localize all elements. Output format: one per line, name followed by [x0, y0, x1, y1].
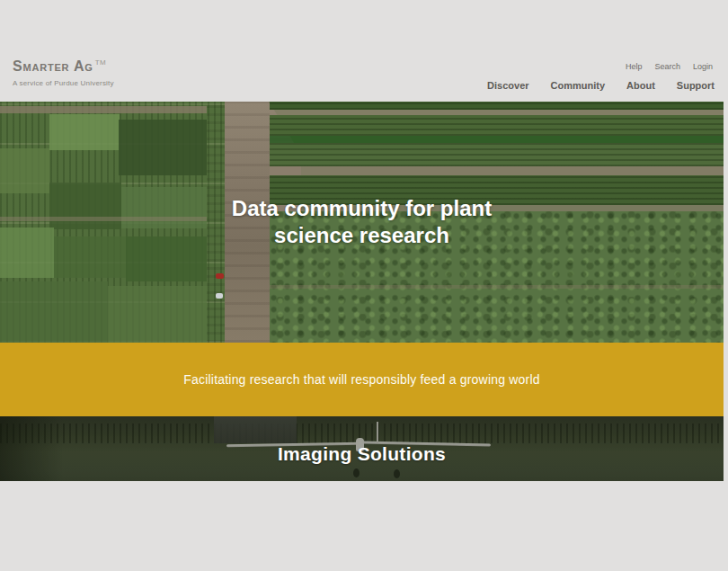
field-patch — [119, 120, 207, 175]
hero-title-wrap: Data community for plant science researc… — [0, 195, 724, 249]
field-patch — [0, 106, 207, 113]
hero-title: Data community for plant science researc… — [191, 195, 533, 249]
main-nav: Discover Community About Support — [487, 80, 715, 91]
brand-trademark: TM — [95, 58, 107, 67]
nav-link-about[interactable]: About — [626, 80, 655, 91]
field-strip — [270, 115, 724, 136]
field-strip — [270, 285, 724, 289]
brand-logo[interactable]: Smarter Ag TM A service of Purdue Univer… — [13, 59, 114, 87]
field-patch — [49, 114, 120, 150]
mission-banner: Facilitating research that will responsi… — [0, 343, 724, 416]
bottom-spacer — [0, 481, 724, 571]
field-strip — [270, 102, 724, 110]
utility-link-help[interactable]: Help — [626, 62, 643, 71]
utility-nav: Help Search Login — [626, 62, 713, 71]
field-patch — [0, 148, 49, 193]
mission-banner-text: Facilitating research that will responsi… — [183, 372, 539, 387]
brand-name: Smarter Ag — [13, 59, 93, 74]
field-strip — [270, 143, 724, 166]
white-car — [216, 293, 223, 299]
red-car — [216, 273, 224, 279]
field-strip — [270, 136, 724, 143]
brand-tagline: A service of Purdue University — [13, 79, 114, 87]
nav-link-support[interactable]: Support — [677, 80, 715, 91]
imaging-solutions-section[interactable]: Imaging Solutions — [0, 416, 724, 481]
site-header: Smarter Ag TM A service of Purdue Univer… — [0, 0, 724, 102]
nav-link-community[interactable]: Community — [551, 80, 606, 91]
hero-section: Data community for plant science researc… — [0, 102, 724, 343]
field-patch — [0, 281, 108, 343]
nav-link-discover[interactable]: Discover — [487, 80, 528, 91]
page: Smarter Ag TM A service of Purdue Univer… — [0, 0, 724, 571]
utility-link-search[interactable]: Search — [654, 62, 680, 71]
field-strip — [270, 166, 724, 175]
utility-link-login[interactable]: Login — [693, 62, 713, 71]
imaging-solutions-title: Imaging Solutions — [0, 443, 724, 465]
field-patch — [108, 286, 207, 343]
